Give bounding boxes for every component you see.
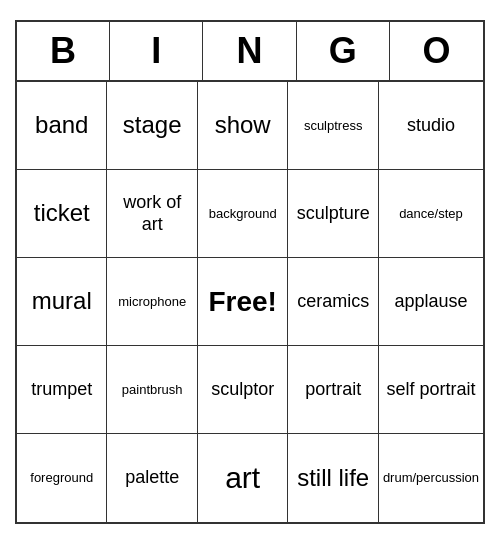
- header-letter: O: [390, 22, 483, 80]
- bingo-cell: sculptor: [198, 346, 288, 434]
- bingo-grid: bandstageshowsculptressstudioticketwork …: [17, 82, 483, 522]
- cell-text: microphone: [118, 294, 186, 310]
- cell-text: studio: [407, 115, 455, 137]
- cell-text: palette: [125, 467, 179, 489]
- bingo-cell: background: [198, 170, 288, 258]
- cell-text: sculptress: [304, 118, 363, 134]
- bingo-cell: sculptress: [288, 82, 378, 170]
- bingo-cell: drum/percussion: [379, 434, 483, 522]
- bingo-cell: work of art: [107, 170, 197, 258]
- cell-text: drum/percussion: [383, 470, 479, 486]
- bingo-cell: ceramics: [288, 258, 378, 346]
- bingo-cell: microphone: [107, 258, 197, 346]
- cell-text: ticket: [34, 199, 90, 228]
- cell-text: show: [215, 111, 271, 140]
- bingo-cell: mural: [17, 258, 107, 346]
- cell-text: paintbrush: [122, 382, 183, 398]
- bingo-cell: applause: [379, 258, 483, 346]
- header-letter: B: [17, 22, 110, 80]
- bingo-cell: studio: [379, 82, 483, 170]
- cell-text: sculptor: [211, 379, 274, 401]
- bingo-cell: portrait: [288, 346, 378, 434]
- header-letter: I: [110, 22, 203, 80]
- cell-text: art: [225, 460, 260, 496]
- cell-text: sculpture: [297, 203, 370, 225]
- cell-text: self portrait: [386, 379, 475, 401]
- cell-text: stage: [123, 111, 182, 140]
- cell-text: background: [209, 206, 277, 222]
- header-letter: N: [203, 22, 296, 80]
- bingo-cell: trumpet: [17, 346, 107, 434]
- bingo-cell: art: [198, 434, 288, 522]
- cell-text: trumpet: [31, 379, 92, 401]
- cell-text: ceramics: [297, 291, 369, 313]
- bingo-cell: self portrait: [379, 346, 483, 434]
- bingo-cell: band: [17, 82, 107, 170]
- cell-text: Free!: [208, 285, 276, 319]
- bingo-cell: palette: [107, 434, 197, 522]
- bingo-cell: dance/step: [379, 170, 483, 258]
- header-letter: G: [297, 22, 390, 80]
- cell-text: still life: [297, 464, 369, 493]
- bingo-cell: foreground: [17, 434, 107, 522]
- cell-text: work of art: [111, 192, 192, 235]
- cell-text: mural: [32, 287, 92, 316]
- bingo-cell: stage: [107, 82, 197, 170]
- cell-text: dance/step: [399, 206, 463, 222]
- bingo-cell: still life: [288, 434, 378, 522]
- bingo-cell: paintbrush: [107, 346, 197, 434]
- cell-text: applause: [394, 291, 467, 313]
- bingo-card: BINGO bandstageshowsculptressstudioticke…: [15, 20, 485, 524]
- bingo-cell: sculpture: [288, 170, 378, 258]
- bingo-cell: Free!: [198, 258, 288, 346]
- bingo-cell: ticket: [17, 170, 107, 258]
- bingo-header: BINGO: [17, 22, 483, 82]
- cell-text: portrait: [305, 379, 361, 401]
- bingo-cell: show: [198, 82, 288, 170]
- cell-text: band: [35, 111, 88, 140]
- cell-text: foreground: [30, 470, 93, 486]
